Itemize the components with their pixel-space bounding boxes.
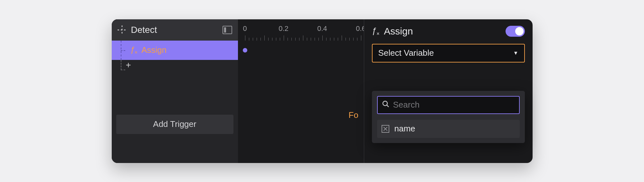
detect-header[interactable]: Detect [112,19,238,41]
tree-guide [121,60,121,70]
track-list: Detect ƒ× Assign + Add Trigger [112,19,238,163]
chevron-down-icon: ▼ [513,50,518,56]
inspector-panel: ƒ× Assign Select Variable ▼ Fo name [364,19,533,163]
variable-icon [382,125,389,133]
layout-icon[interactable] [223,26,232,34]
variable-option[interactable]: name [377,120,520,138]
svg-point-2 [383,101,387,106]
enabled-toggle[interactable] [506,26,525,37]
ruler-tick-label: 0.2 [279,24,289,33]
tree-branch [121,70,125,70]
inspector-title: Assign [384,26,501,37]
fx-icon: ƒ× [372,26,380,37]
search-box[interactable] [377,96,520,114]
timeline[interactable]: 0 0.2 0.4 0.6 [238,19,364,163]
ruler-tick-label: 0.4 [317,24,327,33]
track-label: Assign [141,45,166,55]
tree-branch [121,50,125,51]
editor-panel: Detect ƒ× Assign + Add Trigger 0 0.2 0.4… [112,19,533,163]
plus-icon: + [126,60,131,70]
track-assign[interactable]: ƒ× Assign [112,41,238,60]
select-variable-label: Select Variable [378,48,434,58]
fx-icon: ƒ× [130,45,138,55]
ruler-ticks [238,34,364,41]
add-trigger-label: Add Trigger [153,119,196,129]
timeline-ruler[interactable]: 0 0.2 0.4 0.6 [238,19,364,41]
select-variable-dropdown[interactable]: Select Variable ▼ [372,44,525,62]
add-trigger-button[interactable]: Add Trigger [116,115,233,134]
variable-option-label: name [394,124,415,134]
partial-label: Fo [349,110,358,120]
add-track-row[interactable]: + [112,60,238,79]
crosshair-icon [118,25,127,34]
svg-line-3 [387,105,389,107]
keyframe-row[interactable] [238,41,364,60]
variable-dropdown-menu: name [372,91,525,143]
search-input[interactable] [393,100,515,110]
search-icon [382,101,389,110]
ruler-tick-label: 0 [243,24,247,33]
ruler-tick-label: 0.6 [356,24,364,33]
detect-title: Detect [131,25,218,35]
inspector-header: ƒ× Assign [372,26,525,37]
keyframe-dot[interactable] [243,48,247,53]
